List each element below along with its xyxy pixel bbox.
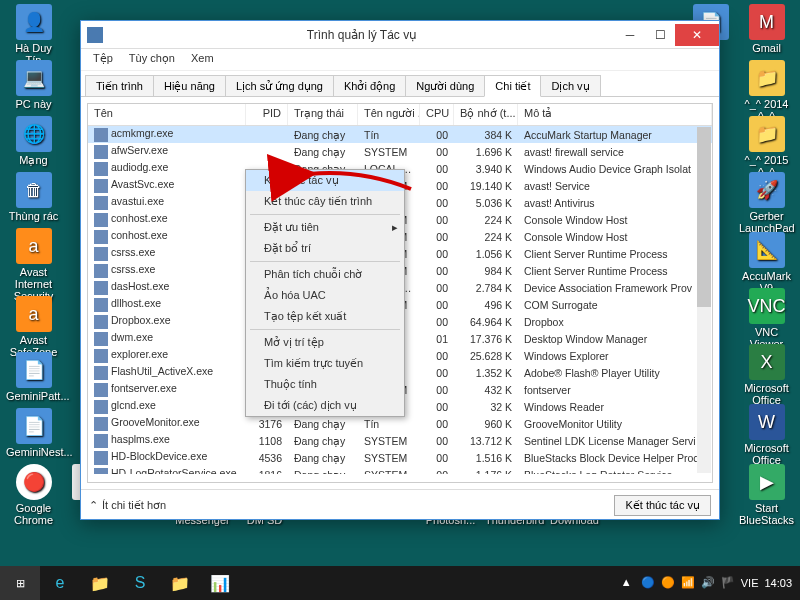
ctx-search[interactable]: Tìm kiếm trực tuyến xyxy=(246,353,404,374)
ctx-open-loc[interactable]: Mở vị trí tệp xyxy=(246,332,404,353)
tray-clock[interactable]: 14:03 xyxy=(764,577,792,589)
grid-header: Tên PID Trạng thái Tên người ... CPU Bộ … xyxy=(88,104,712,126)
table-row[interactable]: GrooveMonitor.exe3176Đang chạyTín00960 K… xyxy=(88,415,712,432)
col-name[interactable]: Tên xyxy=(88,104,246,125)
footer: ⌃ Ít chi tiết hơn Kết thúc tác vụ xyxy=(81,489,719,521)
system-tray[interactable]: ▲ 🔵 🟠 📶 🔊 🏴 VIE 14:03 xyxy=(621,576,800,590)
col-cpu[interactable]: CPU xyxy=(420,104,454,125)
tab-startup[interactable]: Khởi động xyxy=(333,75,406,96)
table-row[interactable]: hasplms.exe1108Đang chạySYSTEM0013.712 K… xyxy=(88,432,712,449)
tray-lang[interactable]: VIE xyxy=(741,577,759,589)
menubar: Tệp Tùy chọn Xem xyxy=(81,49,719,71)
desktop-icon[interactable]: ▶Start BlueStacks xyxy=(739,464,794,526)
ctx-analyze[interactable]: Phân tích chuỗi chờ xyxy=(246,264,404,285)
desktop-icon[interactable]: aAvast Internet Security xyxy=(6,228,61,302)
desktop-icon[interactable]: 👤Hà Duy Tín xyxy=(6,4,61,66)
scrollbar[interactable] xyxy=(697,127,711,473)
titlebar[interactable]: Trình quản lý Tác vụ ─ ☐ ✕ xyxy=(81,21,719,49)
desktop-icon[interactable]: 📄GeminiPatt... xyxy=(6,352,61,402)
desktop-icon[interactable]: 🚀Gerber LaunchPad xyxy=(739,172,794,234)
tab-processes[interactable]: Tiến trình xyxy=(85,75,154,96)
taskbar-folder[interactable]: 📁 xyxy=(160,566,200,600)
tray-icon[interactable]: 🔵 xyxy=(641,576,655,590)
desktop-icon[interactable]: 📄GeminiNest... xyxy=(6,408,61,458)
ctx-affinity[interactable]: Đặt bổ trí xyxy=(246,238,404,259)
context-menu: Kết thúc tác vụ Kết thúc cây tiến trình … xyxy=(245,169,405,417)
close-button[interactable]: ✕ xyxy=(675,24,719,46)
taskbar-explorer[interactable]: 📁 xyxy=(80,566,120,600)
separator xyxy=(250,261,400,262)
taskbar: ⊞ e 📁 S 📁 📊 ▲ 🔵 🟠 📶 🔊 🏴 VIE 14:03 xyxy=(0,566,800,600)
ctx-properties[interactable]: Thuộc tính xyxy=(246,374,404,395)
desktop-icon[interactable]: 🔴Google Chrome xyxy=(6,464,61,526)
tab-users[interactable]: Người dùng xyxy=(405,75,485,96)
tray-icon[interactable]: 🔊 xyxy=(701,576,715,590)
windows-icon: ⊞ xyxy=(16,577,25,590)
col-pid[interactable]: PID xyxy=(246,104,288,125)
desktop-icon[interactable]: 🌐Mạng xyxy=(6,116,61,167)
tray-icon[interactable]: 📶 xyxy=(681,576,695,590)
menu-file[interactable]: Tệp xyxy=(85,49,121,70)
fewer-details[interactable]: ⌃ Ít chi tiết hơn xyxy=(89,499,166,512)
ctx-priority[interactable]: Đặt ưu tiên xyxy=(246,217,404,238)
table-row[interactable]: acmkmgr.exeĐang chạyTín00384 KAccuMark S… xyxy=(88,126,712,143)
desktop-icon[interactable]: 📁^_^ 2015 ^_^ xyxy=(739,116,794,178)
minimize-button[interactable]: ─ xyxy=(615,24,645,46)
ctx-end-task[interactable]: Kết thúc tác vụ xyxy=(246,170,404,191)
tab-services[interactable]: Dịch vụ xyxy=(540,75,600,96)
window-title: Trình quản lý Tác vụ xyxy=(109,28,615,42)
table-row[interactable]: HD-LogRotatorService.exe1816Đang chạySYS… xyxy=(88,466,712,474)
desktop-icon[interactable]: 📐AccuMark V9 xyxy=(739,232,794,294)
ctx-goto-service[interactable]: Đi tới (các) dịch vụ xyxy=(246,395,404,416)
col-status[interactable]: Trạng thái xyxy=(288,104,358,125)
tabs: Tiến trình Hiệu năng Lịch sử ứng dụng Kh… xyxy=(81,71,719,97)
tab-performance[interactable]: Hiệu năng xyxy=(153,75,226,96)
content: Tên PID Trạng thái Tên người ... CPU Bộ … xyxy=(81,97,719,489)
chevron-up-icon: ⌃ xyxy=(89,499,98,512)
tray-flag-icon[interactable]: 🏴 xyxy=(721,576,735,590)
separator xyxy=(250,214,400,215)
task-manager-window: Trình quản lý Tác vụ ─ ☐ ✕ Tệp Tùy chọn … xyxy=(80,20,720,520)
desktop-icon[interactable]: 💻PC này xyxy=(6,60,61,110)
scrollbar-thumb[interactable] xyxy=(697,127,711,307)
maximize-button[interactable]: ☐ xyxy=(645,24,675,46)
tray-icon[interactable]: 🟠 xyxy=(661,576,675,590)
taskbar-ie[interactable]: e xyxy=(40,566,80,600)
col-user[interactable]: Tên người ... xyxy=(358,104,420,125)
taskbar-taskmgr[interactable]: 📊 xyxy=(200,566,240,600)
menu-view[interactable]: Xem xyxy=(183,49,222,70)
tab-apphistory[interactable]: Lịch sử ứng dụng xyxy=(225,75,334,96)
menu-options[interactable]: Tùy chọn xyxy=(121,49,183,70)
separator xyxy=(250,329,400,330)
ctx-uac[interactable]: Ảo hóa UAC xyxy=(246,285,404,306)
tray-icon[interactable]: ▲ xyxy=(621,576,635,590)
col-memory[interactable]: Bộ nhớ (t... xyxy=(454,104,518,125)
desktop-icon[interactable]: MGmail xyxy=(739,4,794,54)
desktop-icon[interactable]: 📁^_^ 2014 ^_^ xyxy=(739,60,794,122)
desktop: 👤Hà Duy Tín 💻PC này 🌐Mạng 🗑Thùng rác aAv… xyxy=(0,0,800,600)
desktop-icon[interactable]: 🗑Thùng rác xyxy=(6,172,61,222)
tab-details[interactable]: Chi tiết xyxy=(484,75,541,97)
app-icon xyxy=(87,27,103,43)
ctx-dump[interactable]: Tạo tệp kết xuất xyxy=(246,306,404,327)
desktop-icon[interactable]: VNCVNC Viewer xyxy=(739,288,794,350)
desktop-icon[interactable]: aAvast SafeZone xyxy=(6,296,61,358)
table-row[interactable]: afwServ.exeĐang chạySYSTEM001.696 Kavast… xyxy=(88,143,712,160)
end-task-button[interactable]: Kết thúc tác vụ xyxy=(614,495,711,516)
table-row[interactable]: HD-BlockDevice.exe4536Đang chạySYSTEM001… xyxy=(88,449,712,466)
ctx-end-tree[interactable]: Kết thúc cây tiến trình xyxy=(246,191,404,212)
col-desc[interactable]: Mô tả xyxy=(518,104,712,125)
taskbar-skype[interactable]: S xyxy=(120,566,160,600)
start-button[interactable]: ⊞ xyxy=(0,566,40,600)
